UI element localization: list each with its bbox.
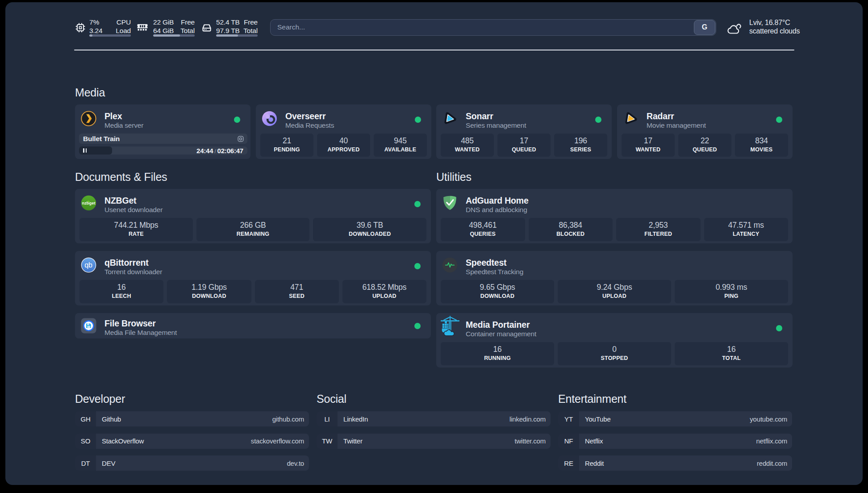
stat-value: 2,953 bbox=[616, 221, 701, 229]
filebrowser-icon bbox=[81, 318, 96, 334]
status-dot-online bbox=[776, 325, 782, 331]
player-time: 24:44/02:06:47 bbox=[196, 147, 243, 155]
service-description: Torrent downloader bbox=[104, 268, 162, 276]
stat-block: 471 SEED bbox=[255, 280, 339, 303]
bookmark-reddit[interactable]: RE Reddit reddit.com bbox=[558, 455, 792, 471]
service-name: qBittorrent bbox=[104, 259, 149, 267]
service-name: NZBGet bbox=[104, 196, 136, 205]
service-card-nzbget[interactable]: nzbget NZBGet Usenet downloader 744.21 M… bbox=[75, 189, 431, 243]
service-name: Plex bbox=[104, 112, 122, 121]
memory-total-value: 64 GiB bbox=[153, 27, 174, 35]
stat-label: RATE bbox=[79, 231, 193, 237]
status-dot-online bbox=[776, 117, 782, 123]
bookmark-netflix[interactable]: NF Netflix netflix.com bbox=[558, 434, 792, 449]
stat-value: 47.571 ms bbox=[704, 221, 789, 229]
service-description: DNS and adblocking bbox=[466, 206, 527, 213]
stat-block: 0.993 ms PING bbox=[675, 280, 788, 303]
bookmark-stackoverflow[interactable]: SO StackOverflow stackoverflow.com bbox=[75, 434, 309, 449]
stat-label: REMAINING bbox=[196, 231, 310, 237]
adguard-home-icon bbox=[442, 195, 458, 211]
service-card-media-portainer[interactable]: Media Portainer Container management 16 … bbox=[436, 313, 793, 368]
service-card-qbittorrent[interactable]: qb qBittorrent Torrent downloader 16 LEE… bbox=[75, 251, 431, 305]
stat-label: WANTED bbox=[441, 147, 494, 153]
memory-free-label: Free bbox=[181, 18, 195, 27]
bookmark-url: linkedin.com bbox=[509, 415, 546, 423]
stat-label: UPLOAD bbox=[342, 293, 426, 299]
player-time-separator: / bbox=[213, 148, 217, 155]
bookmark-abbr: GH bbox=[75, 411, 96, 426]
overseerr-icon bbox=[262, 111, 277, 126]
stat-block: 9.24 Gbps UPLOAD bbox=[558, 280, 671, 303]
stat-label: FILTERED bbox=[616, 231, 701, 237]
stat-label: DOWNLOAD bbox=[441, 293, 554, 299]
group-title-entertainment: Entertainment bbox=[558, 393, 626, 405]
weather-location-temp: Lviv, 16.87°C bbox=[749, 18, 800, 27]
service-name: Media Portainer bbox=[466, 321, 530, 329]
stat-block: 16 RUNNING bbox=[441, 342, 554, 365]
service-card-speedtest[interactable]: Speedtest Speedtest Tracking 9.65 Gbps D… bbox=[436, 251, 793, 305]
bookmark-youtube[interactable]: YT YouTube youtube.com bbox=[558, 411, 792, 426]
stat-block: 744.21 Mbps RATE bbox=[79, 218, 193, 241]
status-dot-online bbox=[415, 117, 421, 123]
stat-label: QUEUED bbox=[678, 147, 731, 153]
bookmark-name: Netflix bbox=[585, 437, 603, 445]
stat-block: 86,384 BLOCKED bbox=[529, 218, 613, 241]
stat-label: TOTAL bbox=[675, 355, 788, 361]
service-card-sonarr[interactable]: Sonarr Series management 485 WANTED 17 Q… bbox=[436, 104, 612, 159]
stat-value: 945 bbox=[374, 137, 427, 145]
memory-total-label: Total bbox=[180, 27, 195, 35]
stat-value: 40 bbox=[317, 137, 370, 145]
bookmark-twitter[interactable]: TW Twitter twitter.com bbox=[317, 434, 551, 449]
disk-icon bbox=[201, 22, 212, 33]
stat-block: 17 WANTED bbox=[622, 134, 675, 157]
service-card-filebrowser[interactable]: File Browser Media File Management bbox=[75, 313, 431, 338]
stat-label: MOVIES bbox=[735, 147, 788, 153]
qbittorrent-icon: qb bbox=[81, 257, 96, 273]
bookmark-dev[interactable]: DT DEV dev.to bbox=[75, 455, 309, 471]
group-title-utilities: Utilities bbox=[436, 171, 472, 183]
memory-icon bbox=[137, 23, 148, 34]
service-card-radarr[interactable]: Radarr Movie management 17 WANTED 22 QUE… bbox=[617, 104, 793, 159]
service-card-adguard-home[interactable]: AdGuard Home DNS and adblocking 498,461 … bbox=[436, 189, 793, 243]
bookmark-abbr: RE bbox=[558, 455, 579, 471]
search-bar: G bbox=[270, 19, 716, 36]
player-progress-row: 24:44/02:06:47 bbox=[79, 146, 247, 155]
bookmark-name: Reddit bbox=[585, 460, 604, 467]
search-provider-button[interactable]: G bbox=[694, 20, 715, 35]
stat-value: 16 bbox=[675, 346, 788, 353]
service-name: Speedtest bbox=[466, 259, 506, 267]
bookmark-github[interactable]: GH Github github.com bbox=[75, 411, 309, 426]
stat-value: 0 bbox=[558, 346, 671, 353]
stat-label: RUNNING bbox=[441, 355, 554, 361]
stat-block: 618.52 Mbps UPLOAD bbox=[342, 280, 426, 303]
disk-total-label: Total bbox=[243, 27, 258, 35]
bookmark-url: dev.to bbox=[287, 460, 304, 467]
disk-progress-fill bbox=[216, 34, 238, 37]
service-description: Speedtest Tracking bbox=[466, 268, 523, 276]
now-playing-title: Bullet Train bbox=[83, 135, 120, 143]
disk-progress-track bbox=[216, 34, 258, 37]
service-card-plex[interactable]: Plex Media server Bullet Train 24:44/02:… bbox=[75, 104, 250, 159]
disk-free-label: Free bbox=[244, 18, 258, 27]
search-input[interactable] bbox=[277, 20, 634, 35]
bookmark-linkedin[interactable]: LI LinkedIn linkedin.com bbox=[317, 411, 551, 426]
bookmark-name: DEV bbox=[102, 460, 115, 467]
service-name: Sonarr bbox=[466, 112, 493, 121]
service-card-overseerr[interactable]: Overseerr Media Requests 21 PENDING 40 A… bbox=[256, 104, 431, 159]
stat-value: 17 bbox=[497, 137, 551, 145]
camera-icon[interactable] bbox=[238, 136, 244, 142]
stat-block: 22 QUEUED bbox=[678, 134, 731, 157]
bookmark-name: StackOverflow bbox=[102, 437, 144, 445]
svg-text:nzbget: nzbget bbox=[82, 201, 95, 205]
stat-label: UPLOAD bbox=[558, 293, 671, 299]
now-playing-row: Bullet Train bbox=[79, 134, 247, 144]
pause-icon[interactable] bbox=[83, 148, 87, 153]
memory-progress-track bbox=[153, 34, 195, 37]
stat-block: 16 TOTAL bbox=[675, 342, 788, 365]
stat-value: 498,461 bbox=[441, 221, 525, 229]
bookmark-abbr: LI bbox=[317, 411, 338, 426]
cpu-load-value: 3.24 bbox=[89, 27, 102, 35]
stat-label: SEED bbox=[255, 293, 339, 299]
stat-block: 196 SERIES bbox=[554, 134, 607, 157]
memory-progress-fill bbox=[153, 34, 180, 37]
